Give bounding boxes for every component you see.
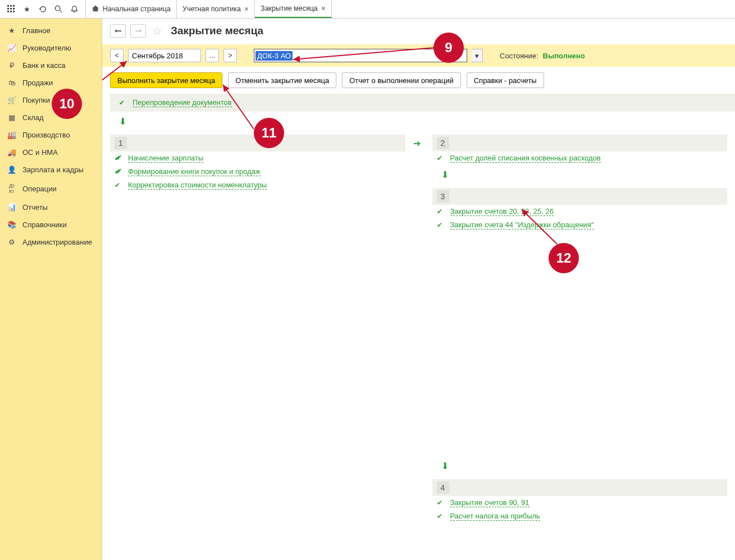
sidebar-item-purchases[interactable]: 🛒Покупки: [0, 91, 102, 109]
sidebar-item-operations[interactable]: ДтКтОперации: [0, 178, 102, 199]
status-label: Состояние:: [500, 52, 538, 60]
period-more-button[interactable]: ...: [206, 49, 219, 62]
close-icon[interactable]: ×: [244, 4, 249, 13]
sidebar-item-hr[interactable]: 👤Зарплата и кадры: [0, 161, 102, 178]
svg-line-10: [60, 10, 62, 12]
close-accounts-20-23-25-26-link[interactable]: Закрытие счетов 20, 23, 25, 26: [450, 207, 554, 216]
check-icon: ✔: [437, 208, 445, 215]
sidebar-item-label: Банк и касса: [22, 61, 66, 70]
sidebar-item-sales[interactable]: 🛍Продажи: [0, 74, 102, 91]
arrow-right-icon: ➔: [413, 138, 424, 149]
reprocess-documents-link[interactable]: Перепроведение документов: [133, 98, 232, 107]
content-header: 🠔 🠖 ☆ Закрытие месяца: [102, 19, 735, 41]
arrow-down-icon: ⬇: [119, 117, 126, 126]
forward-button[interactable]: 🠖: [130, 24, 146, 38]
sidebar-item-main[interactable]: ★Главное: [0, 22, 102, 39]
search-icon[interactable]: [51, 1, 66, 17]
callout-10: 10: [52, 89, 82, 119]
person-icon: 👤: [7, 166, 17, 174]
arrow-down-icon: ⬇: [441, 461, 449, 471]
factory-icon: 🏭: [7, 131, 17, 139]
organization-value: ДОК-3 АО: [255, 51, 293, 61]
svg-rect-1: [10, 5, 12, 7]
period-prev-button[interactable]: <: [110, 49, 124, 62]
indirect-costs-link[interactable]: Расчет долей списания косвенных расходов: [450, 154, 601, 163]
cart-icon: 🛒: [7, 96, 17, 104]
sidebar-item-warehouse[interactable]: ▦Склад: [0, 109, 102, 126]
sidebar-item-bank[interactable]: ₽Банк и касса: [0, 57, 102, 74]
step-1-number: 1: [115, 137, 127, 149]
operations-report-button[interactable]: Отчет о выполнении операций: [342, 72, 461, 88]
check-icon: ✔: [115, 181, 122, 189]
sidebar-item-label: Отчеты: [22, 203, 48, 212]
apps-icon[interactable]: [3, 1, 19, 17]
check-icon: ✔: [437, 499, 445, 507]
svg-rect-7: [10, 11, 12, 12]
execute-closing-button[interactable]: Выполнить закрытие месяца: [110, 72, 222, 88]
tab-accounting-policy[interactable]: Учетная политика ×: [177, 0, 255, 18]
step-2-number: 2: [437, 137, 449, 149]
tab-home[interactable]: Начальная страница: [86, 0, 177, 18]
callout-9: 9: [433, 33, 464, 63]
sidebar: ★Главное 📈Руководителю ₽Банк и касса 🛍Пр…: [0, 19, 102, 560]
svg-point-9: [55, 6, 60, 10]
debit-credit-icon: ДтКт: [7, 183, 17, 194]
sidebar-item-assets[interactable]: 🚚ОС и НМА: [0, 144, 102, 161]
column-2: 2 ✔Расчет долей списания косвенных расхо…: [432, 131, 728, 523]
svg-rect-2: [13, 5, 15, 7]
purchase-sales-book-link[interactable]: Формирование книги покупок и продаж: [128, 167, 261, 176]
callout-12: 12: [549, 243, 579, 273]
status-value: Выполнено: [543, 52, 585, 60]
sidebar-item-manager[interactable]: 📈Руководителю: [0, 39, 102, 57]
svg-rect-5: [13, 8, 15, 10]
check-icon: ✔: [437, 154, 445, 162]
column-1: 1 ✔Начисление зарплаты ✔Формирование кни…: [110, 131, 405, 523]
ruble-icon: ₽: [7, 61, 17, 70]
arrow-between: ➔: [413, 131, 424, 523]
profit-tax-link[interactable]: Расчет налога на прибыль: [450, 512, 540, 521]
bar-chart-icon: 📊: [7, 203, 17, 212]
sidebar-item-label: Справочники: [22, 221, 67, 229]
tab-month-closing[interactable]: Закрытие месяца ×: [255, 0, 332, 18]
page-title: Закрытие месяца: [171, 25, 263, 37]
notifications-icon[interactable]: [66, 1, 82, 17]
tab-label: Закрытие месяца: [261, 4, 318, 12]
reprocess-row: ✔ Перепроведение документов: [115, 96, 735, 109]
payroll-link[interactable]: Начисление зарплаты: [128, 154, 203, 163]
top-toolbar: ★ Начальная страница Учетная политика × …: [0, 0, 735, 19]
arrow-down-icon: ⬇: [441, 170, 449, 180]
sidebar-item-label: Покупки: [22, 96, 50, 104]
sidebar-item-label: Производство: [22, 131, 70, 139]
sidebar-item-production[interactable]: 🏭Производство: [0, 126, 102, 144]
tab-label: Учетная политика: [182, 5, 241, 13]
sidebar-item-catalogs[interactable]: 📚Справочники: [0, 216, 102, 233]
sidebar-item-label: Главное: [22, 26, 51, 35]
close-icon[interactable]: ×: [321, 4, 326, 13]
back-button[interactable]: 🠔: [110, 24, 126, 38]
sidebar-item-reports[interactable]: 📊Отчеты: [0, 199, 102, 216]
sidebar-item-label: Продажи: [22, 79, 53, 87]
sidebar-item-label: Склад: [22, 113, 44, 122]
period-next-button[interactable]: >: [223, 49, 237, 62]
action-bar: Выполнить закрытие месяца Отменить закры…: [102, 67, 735, 94]
cost-correction-link[interactable]: Корректировка стоимости номенклатуры: [128, 181, 267, 190]
double-check-icon: ✔: [115, 154, 122, 162]
close-accounts-90-91-link[interactable]: Закрытие счетов 90, 91: [450, 498, 529, 507]
organization-dropdown[interactable]: ▾: [472, 49, 483, 62]
svg-rect-6: [7, 11, 9, 12]
sidebar-item-label: Администрирование: [22, 238, 92, 246]
favorite-icon[interactable]: ★: [19, 1, 35, 17]
home-icon: [92, 4, 99, 14]
svg-rect-3: [7, 8, 9, 10]
sidebar-item-label: Зарплата и кадры: [22, 166, 84, 174]
favorite-toggle[interactable]: ☆: [150, 24, 164, 38]
chart-up-icon: 📈: [7, 44, 17, 52]
sidebar-item-admin[interactable]: ⚙Администрирование: [0, 233, 102, 251]
references-button[interactable]: Справки - расчеты: [467, 72, 544, 88]
history-icon[interactable]: [35, 1, 51, 17]
close-account-44-link[interactable]: Закрытие счета 44 "Издержки обращения": [450, 221, 594, 229]
cancel-closing-button[interactable]: Отменить закрытие месяца: [228, 72, 336, 88]
truck-icon: 🚚: [7, 148, 17, 157]
check-icon: ✔: [437, 512, 445, 520]
period-input[interactable]: [128, 49, 201, 62]
